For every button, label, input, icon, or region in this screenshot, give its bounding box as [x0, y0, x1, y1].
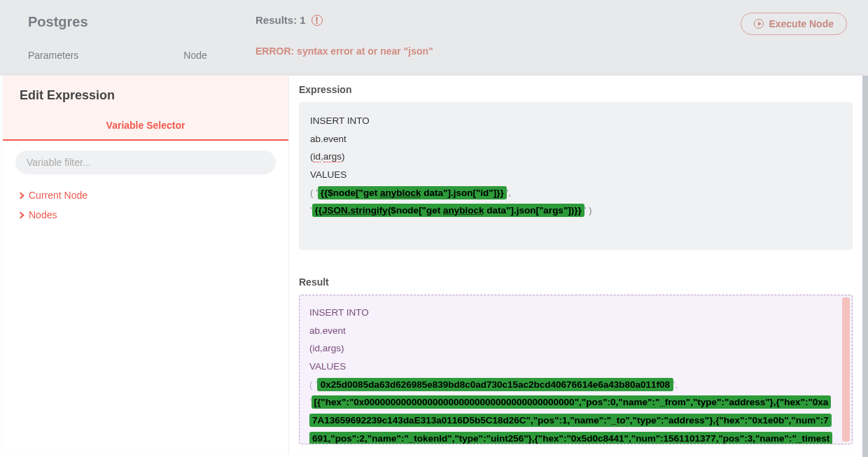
- warning-icon: !: [312, 15, 323, 26]
- tab-parameters[interactable]: Parameters: [28, 50, 78, 61]
- expr-line-6: '{{JSON.stringify($node["get anyblock da…: [310, 202, 841, 220]
- result-section-label: Result: [299, 268, 853, 295]
- result-line-4: VALUES: [309, 358, 831, 376]
- expression-section-label: Expression: [299, 76, 853, 102]
- expr-line-4: VALUES: [310, 166, 841, 184]
- variable-selector-tab[interactable]: Variable Selector: [3, 113, 288, 141]
- result-token-hash: 0x25d0085da63d626985e839bd8c0ad730c15ac2…: [317, 378, 673, 391]
- tree-item-current-node[interactable]: Current Node: [18, 185, 273, 205]
- node-title: Postgres: [28, 14, 227, 30]
- expression-editor[interactable]: INSERT INTO ab.event (id,args) VALUES ( …: [299, 102, 853, 250]
- expression-token-id: {{$node["get anyblock data"].json["id"]}…: [318, 186, 507, 199]
- chevron-right-icon: [18, 211, 24, 218]
- error-message: ERROR: syntax error at or near "json": [255, 45, 847, 57]
- tree-label-current-node: Current Node: [29, 190, 88, 201]
- tree-item-nodes[interactable]: Nodes: [18, 205, 273, 225]
- result-token-json: [{"hex":"0x00000000000000000000000000000…: [309, 395, 832, 444]
- play-icon: [754, 19, 764, 29]
- execute-node-button[interactable]: Execute Node: [741, 13, 847, 35]
- page-scrollbar[interactable]: [862, 76, 868, 457]
- results-count: Results: 1: [255, 14, 306, 26]
- result-line-2: ab.event: [309, 322, 831, 340]
- tree-label-nodes: Nodes: [29, 209, 57, 220]
- edit-expression-modal: Edit Expression Variable Selector Curren…: [3, 76, 862, 454]
- execute-node-label: Execute Node: [769, 18, 834, 29]
- bg-right-panel: Results: 1 ! ERROR: syntax error at or n…: [255, 0, 868, 76]
- result-line-3: (id,args): [309, 339, 831, 358]
- edit-expression-title: Edit Expression: [20, 88, 272, 103]
- edit-header: Edit Expression: [3, 76, 288, 113]
- result-box[interactable]: INSERT INTO ab.event (id,args) VALUES ( …: [299, 295, 853, 444]
- expression-token-args: {{JSON.stringify($node["get anyblock dat…: [312, 204, 584, 217]
- result-line-6: '[{"hex":"0x0000000000000000000000000000…: [309, 393, 831, 444]
- expr-line-2: ab.event: [310, 130, 841, 148]
- variable-tree: Current Node Nodes: [3, 181, 288, 229]
- modal-right-panel: Expression INSERT INTO ab.event (id,args…: [289, 76, 862, 454]
- expr-line-1: INSERT INTO: [310, 112, 841, 130]
- variable-filter-input[interactable]: [15, 150, 276, 174]
- bg-left-panel: Postgres Parameters Node: [0, 0, 255, 76]
- background-header: Postgres Parameters Node Results: 1 ! ER…: [0, 0, 868, 76]
- chevron-right-icon: [18, 192, 24, 199]
- result-line-5: ( '0x25d0085da63d626985e839bd8c0ad730c15…: [309, 376, 831, 394]
- tab-node[interactable]: Node: [183, 50, 206, 61]
- result-line-1: INSERT INTO: [309, 304, 831, 322]
- modal-left-panel: Edit Expression Variable Selector Curren…: [3, 76, 289, 454]
- expr-line-3: (id,args): [310, 148, 841, 166]
- expr-line-5: ( '{{$node["get anyblock data"].json["id…: [310, 184, 841, 202]
- result-scrollbar[interactable]: [842, 297, 850, 442]
